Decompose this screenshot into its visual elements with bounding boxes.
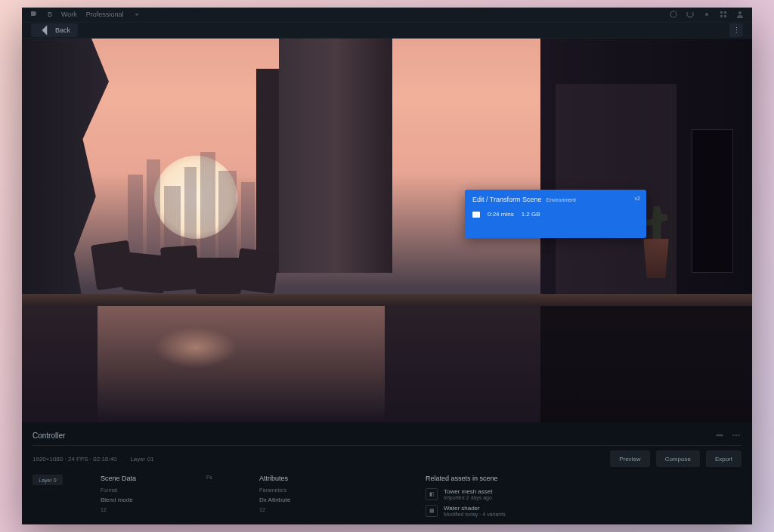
list-item-icon: ▦ xyxy=(426,505,438,517)
col-mid: Fx xyxy=(206,475,244,517)
list-item-title: Tower mesh asset xyxy=(444,488,492,495)
water-reflection xyxy=(22,306,752,422)
rlist-header: Related assets in scene xyxy=(426,475,741,482)
menu-work[interactable]: Work xyxy=(61,11,77,18)
svg-point-7 xyxy=(732,435,734,436)
dropdown-icon[interactable] xyxy=(132,10,141,19)
col-attributes: Attributes Parameters Dx Attribute 12 xyxy=(259,475,365,517)
col2-header: Attributes xyxy=(259,475,365,482)
col2-sub: Parameters xyxy=(259,487,365,493)
bottom-panel: Controller 1920×1080 · 24 FPS · 02:18:40… xyxy=(22,422,752,524)
expand-icon[interactable] xyxy=(714,430,725,441)
panel-subtitle: Environment xyxy=(546,197,576,203)
col2-line2: 12 xyxy=(259,507,365,512)
menu-professional[interactable]: Professional xyxy=(86,11,124,18)
svg-rect-3 xyxy=(724,11,726,14)
door-shape xyxy=(692,129,733,273)
panel-stat-1: 0:24 mins xyxy=(488,211,514,218)
list-item-title: Water shader xyxy=(444,505,506,512)
app-window: B Work Professional Back ⋮ xyxy=(22,8,752,524)
related-list: Related assets in scene ◧ Tower mesh ass… xyxy=(426,475,741,517)
col1-line1: Blend mode xyxy=(101,496,191,503)
layer-tag[interactable]: Layer 0 xyxy=(33,475,63,485)
list-item-icon: ◧ xyxy=(426,488,438,500)
meta-resolution: 1920×1080 · 24 FPS · 02:18:40 xyxy=(33,456,116,462)
panel-stat-2: 1.2 GB xyxy=(522,211,540,218)
panel-title: Edit / Transform Scene xyxy=(472,196,542,203)
svg-point-1 xyxy=(705,13,708,16)
list-item[interactable]: ◧ Tower mesh assetImported 2 days ago xyxy=(426,488,741,500)
col3-line1: Fx xyxy=(206,475,244,480)
col1-line2: 12 xyxy=(101,507,191,512)
list-item-desc: Imported 2 days ago xyxy=(444,495,492,500)
panel-badge: v2 xyxy=(635,196,640,201)
back-label: Back xyxy=(55,26,70,34)
svg-rect-5 xyxy=(724,15,726,17)
toolbar: Back ⋮ xyxy=(22,23,752,39)
svg-point-6 xyxy=(738,11,741,14)
app-logo-icon xyxy=(29,10,39,19)
back-button[interactable]: Back xyxy=(31,23,78,37)
svg-point-9 xyxy=(738,435,739,436)
grid-icon[interactable] xyxy=(719,10,728,19)
col2-line1: Dx Attribute xyxy=(259,496,365,503)
svg-point-0 xyxy=(670,11,676,17)
title-bar: B Work Professional xyxy=(22,8,752,23)
svg-point-8 xyxy=(735,435,737,436)
tab-controller[interactable]: Controller xyxy=(33,431,65,440)
more-icon[interactable] xyxy=(731,430,741,441)
svg-rect-4 xyxy=(720,15,723,17)
chevron-left-icon xyxy=(39,23,52,37)
col1-sub: Format xyxy=(101,487,191,493)
svg-rect-2 xyxy=(720,11,723,14)
export-button[interactable]: Export xyxy=(706,450,741,467)
info-panel[interactable]: Edit / Transform Scene Environment v2 0:… xyxy=(465,190,646,238)
sync-icon[interactable] xyxy=(669,10,678,19)
compose-button[interactable]: Compose xyxy=(656,450,700,467)
col1-header: Scene Data xyxy=(101,475,191,482)
list-item[interactable]: ▦ Water shaderModified today · 4 variant… xyxy=(426,505,741,517)
list-item-desc: Modified today · 4 variants xyxy=(444,512,506,517)
ledge-shape xyxy=(22,294,752,306)
preview-button[interactable]: Preview xyxy=(610,450,649,467)
settings-icon[interactable] xyxy=(702,10,711,19)
col-scene-data: Scene Data Format Blend mode 12 xyxy=(101,475,191,517)
logo-letter: B xyxy=(48,11,52,18)
user-icon[interactable] xyxy=(735,10,745,19)
meta-layer: Layer 01 xyxy=(130,456,153,462)
viewport-canvas[interactable]: Edit / Transform Scene Environment v2 0:… xyxy=(22,39,752,422)
file-icon xyxy=(472,212,480,218)
refresh-icon[interactable] xyxy=(686,10,695,19)
options-button[interactable]: ⋮ xyxy=(729,23,743,37)
